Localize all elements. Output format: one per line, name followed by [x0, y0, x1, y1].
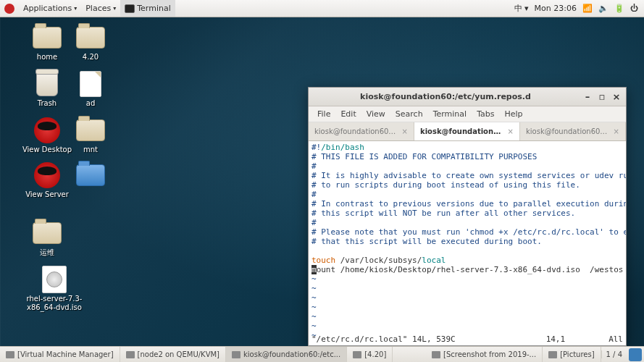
places-menu[interactable]: Places▾ — [81, 0, 120, 17]
bottom-panel: [Virtual Machine Manager] [node2 on QEMU… — [0, 346, 644, 362]
taskbar-item[interactable]: [Virtual Machine Manager] — [0, 347, 120, 362]
close-icon[interactable]: × — [614, 127, 619, 135]
taskbar-item[interactable]: [4.20] — [347, 347, 393, 362]
clock[interactable]: Mon 23:06 — [535, 4, 577, 13]
network-icon[interactable]: 📶 — [582, 4, 593, 13]
desktop[interactable]: home 4.20 Trash ad View Desktop mnt View… — [0, 17, 644, 346]
top-panel: Applications▾ Places▾ Terminal 中 ▾ Mon 2… — [0, 0, 644, 17]
menu-search[interactable]: Search — [391, 108, 427, 120]
taskbar-item[interactable]: [Pictures] — [543, 347, 601, 362]
terminal-tab[interactable]: kiosk@foundation60:~...× — [520, 122, 626, 140]
desktop-icon-ad[interactable]: ad — [65, 71, 116, 108]
desktop-icon-420[interactable]: 4.20 — [65, 25, 116, 62]
battery-icon[interactable]: 🔋 — [614, 4, 624, 13]
close-icon[interactable]: × — [402, 127, 408, 135]
window-title: kiosk@foundation60:/etc/yum.repos.d — [313, 92, 578, 101]
app-icon — [126, 351, 135, 358]
terminal-app-menu[interactable]: Terminal — [120, 0, 175, 17]
menu-edit[interactable]: Edit — [336, 108, 360, 120]
vim-statusline: "/etc/rc.d/rc.local" 14L, 539C14,1All — [311, 334, 623, 344]
show-desktop-icon[interactable] — [629, 348, 642, 361]
applications-menu[interactable]: Applications▾ — [19, 0, 81, 17]
terminal-menubar: File Edit View Search Terminal Tabs Help — [309, 106, 626, 122]
close-icon[interactable]: × — [508, 127, 514, 135]
power-icon[interactable]: ⏻ — [630, 4, 638, 13]
taskbar-item[interactable]: kiosk@foundation60:/etc... — [226, 347, 347, 362]
menu-terminal[interactable]: Terminal — [429, 108, 472, 120]
input-method-indicator[interactable]: 中 ▾ — [514, 3, 529, 14]
terminal-icon — [125, 4, 135, 13]
menu-tabs[interactable]: Tabs — [472, 108, 498, 120]
desktop-icon-mnt[interactable]: mnt — [65, 117, 116, 154]
app-icon — [432, 351, 440, 358]
app-icon — [548, 351, 557, 358]
terminal-tab[interactable]: kiosk@foundation60:/...× — [414, 122, 520, 140]
app-icon — [353, 351, 361, 358]
close-button[interactable]: × — [611, 92, 622, 102]
app-icon — [232, 351, 241, 358]
vim-cursor: m — [311, 265, 317, 274]
menu-view[interactable]: View — [362, 108, 390, 120]
terminal-content[interactable]: #!/bin/bash # THIS FILE IS ADDED FOR COM… — [309, 141, 626, 345]
desktop-icon-iso[interactable]: rhel-server-7.3-x86_64-dvd.iso — [22, 266, 87, 312]
maximize-button[interactable]: ▫ — [597, 92, 607, 102]
taskbar-item[interactable]: [Screenshot from 2019-... — [426, 347, 543, 362]
taskbar-item[interactable]: [node2 on QEMU/KVM] — [120, 347, 226, 362]
menu-help[interactable]: Help — [501, 108, 527, 120]
desktop-icon-bluefolder[interactable] — [65, 162, 116, 190]
workspace-indicator[interactable]: 1 / 4 — [601, 350, 627, 358]
terminal-tab[interactable]: kiosk@foundation60:~...× — [309, 122, 414, 140]
window-titlebar[interactable]: kiosk@foundation60:/etc/yum.repos.d – ▫ … — [309, 88, 626, 106]
app-icon — [6, 351, 14, 358]
volume-icon[interactable]: 🔈 — [598, 4, 609, 13]
terminal-window[interactable]: kiosk@foundation60:/etc/yum.repos.d – ▫ … — [308, 87, 627, 346]
menu-file[interactable]: File — [313, 108, 335, 120]
terminal-tabs: kiosk@foundation60:~...× kiosk@foundatio… — [309, 122, 626, 141]
distro-logo-icon — [4, 4, 14, 14]
minimize-button[interactable]: – — [582, 92, 593, 102]
desktop-icon-ops[interactable]: 运维 — [22, 220, 72, 257]
